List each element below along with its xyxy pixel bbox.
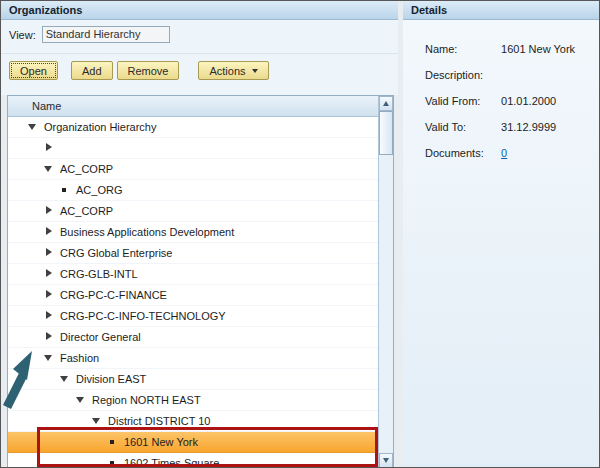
tree-row-label: Director General <box>60 331 141 343</box>
open-button[interactable]: Open <box>9 61 58 80</box>
expand-icon[interactable] <box>44 143 53 153</box>
tree-row[interactable]: Fashion <box>8 348 378 369</box>
tree-row-label: CRG-GLB-INTL <box>60 268 138 280</box>
collapse-icon[interactable] <box>76 395 85 405</box>
tree-row-label: AC_ORG <box>76 184 122 196</box>
detail-field-name: Name: 1601 New York <box>425 43 599 69</box>
field-label: Documents: <box>425 147 498 159</box>
tree-row[interactable]: 1602 Times Square <box>8 453 378 468</box>
tree-row[interactable]: Division EAST <box>8 369 378 390</box>
actions-button-label: Actions <box>209 65 245 77</box>
field-label: Description: <box>425 69 498 81</box>
toolbar-divider <box>1 53 398 54</box>
view-select-input[interactable]: Standard Hierarchy <box>42 26 170 43</box>
add-button[interactable]: Add <box>71 61 113 80</box>
collapse-icon[interactable] <box>44 164 53 174</box>
collapse-icon[interactable] <box>28 122 37 132</box>
tree-row[interactable]: Region NORTH EAST <box>8 390 378 411</box>
leaf-bullet-icon <box>60 185 69 195</box>
tree-row[interactable]: CRG Global Enterprise <box>8 243 378 264</box>
dropdown-arrow-icon <box>252 69 258 73</box>
remove-button[interactable]: Remove <box>117 61 180 80</box>
leaf-bullet-icon <box>108 437 117 447</box>
scroll-up-button[interactable] <box>379 96 393 111</box>
collapse-icon[interactable] <box>44 353 53 363</box>
tree-row-label: District DISTRICT 10 <box>108 415 210 427</box>
collapse-icon[interactable] <box>60 374 69 384</box>
tree-row-label: 1601 New York <box>124 436 198 448</box>
detail-field-valid-to: Valid To: 31.12.9999 <box>425 121 599 147</box>
tree-row-label: Organization Hierarchy <box>44 121 157 133</box>
arrow-down-icon <box>383 458 389 463</box>
tree-row[interactable]: AC_CORP <box>8 159 378 180</box>
tree-row-label: AC_CORP <box>60 205 113 217</box>
organizations-toolbar-area: View: Standard Hierarchy Open Add Remove… <box>1 20 398 95</box>
tree-row-label: AC_CORP <box>60 163 113 175</box>
tree-row[interactable]: CRG-PC-C-FINANCE <box>8 285 378 306</box>
expand-icon[interactable] <box>44 227 53 237</box>
tree-row-label: CRG Global Enterprise <box>60 247 173 259</box>
details-panel: Name: 1601 New York Description: Valid F… <box>403 20 599 467</box>
tree-row[interactable]: Director General <box>8 327 378 348</box>
expand-icon[interactable] <box>44 290 53 300</box>
field-value: 01.01.2000 <box>501 95 556 107</box>
field-label: Valid To: <box>425 121 498 133</box>
collapse-icon[interactable] <box>92 416 101 426</box>
expand-icon[interactable] <box>44 311 53 321</box>
tree-row[interactable]: Business Applications Development <box>8 222 378 243</box>
expand-icon[interactable] <box>44 248 53 258</box>
scroll-down-button[interactable] <box>379 453 393 468</box>
tree-row[interactable]: CRG-GLB-INTL <box>8 264 378 285</box>
tree-row[interactable]: CRG-PC-C-INFO-TECHNOLOGY <box>8 306 378 327</box>
app-window: Organizations View: Standard Hierarchy O… <box>0 0 600 468</box>
tree-row[interactable]: AC_CORP <box>8 201 378 222</box>
view-row: View: Standard Hierarchy <box>9 26 170 43</box>
leaf-bullet-icon <box>108 458 117 468</box>
field-label: Name: <box>425 43 498 55</box>
arrow-up-icon <box>383 101 389 106</box>
tree-scrollbar[interactable] <box>378 96 393 468</box>
tree-row-label: Region NORTH EAST <box>92 394 201 406</box>
tree-row[interactable]: Organization Hierarchy <box>8 117 378 138</box>
organization-tree: Name Organization Hierarchy AC_CORP AC_O… <box>7 95 394 468</box>
detail-field-documents: Documents: 0 <box>425 147 599 173</box>
detail-field-description: Description: <box>425 69 599 95</box>
tree-row[interactable]: AC_ORG <box>8 180 378 201</box>
expand-icon[interactable] <box>44 269 53 279</box>
tree-row[interactable] <box>8 138 378 159</box>
tree-column-header-name: Name <box>8 96 378 117</box>
expand-icon[interactable] <box>44 332 53 342</box>
tree-row-label: CRG-PC-C-INFO-TECHNOLOGY <box>60 310 226 322</box>
tree-row-label: Division EAST <box>76 373 146 385</box>
tree-row-label: Business Applications Development <box>60 226 234 238</box>
tree-row-label: CRG-PC-C-FINANCE <box>60 289 167 301</box>
tree-row[interactable]: District DISTRICT 10 <box>8 411 378 432</box>
view-label: View: <box>9 29 36 41</box>
field-value: 1601 New York <box>501 43 575 55</box>
detail-field-valid-from: Valid From: 01.01.2000 <box>425 95 599 121</box>
scrollbar-thumb[interactable] <box>379 111 393 155</box>
tree-rows: Organization Hierarchy AC_CORP AC_ORG AC… <box>8 117 378 468</box>
details-fields: Name: 1601 New York Description: Valid F… <box>403 20 599 173</box>
expand-icon[interactable] <box>44 206 53 216</box>
actions-menu-button[interactable]: Actions <box>198 61 268 80</box>
details-panel-header: Details <box>403 1 600 20</box>
tree-row-label: Fashion <box>60 352 99 364</box>
organizations-panel-header: Organizations <box>1 1 398 20</box>
tree-row-label: 1602 Times Square <box>124 457 219 468</box>
field-label: Valid From: <box>425 95 498 107</box>
toolbar: Open Add Remove Actions <box>9 61 269 80</box>
field-value: 31.12.9999 <box>501 121 556 133</box>
tree-row-selected[interactable]: 1601 New York <box>8 432 378 453</box>
documents-count-link[interactable]: 0 <box>501 147 507 159</box>
